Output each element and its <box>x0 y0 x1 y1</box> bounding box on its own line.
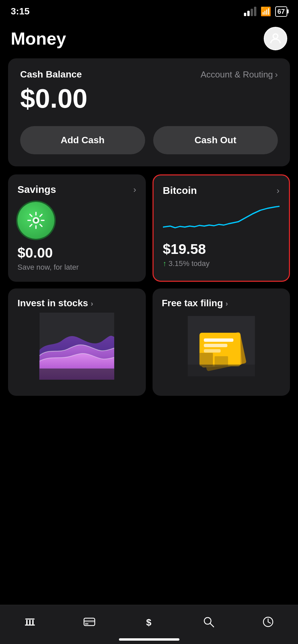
svg-point-2 <box>34 219 38 222</box>
home-indicator <box>119 638 179 641</box>
nav-cash[interactable]: $ <box>135 612 163 632</box>
tax-title: Free tax filing › <box>162 298 228 309</box>
action-buttons: Add Cash Cash Out <box>20 126 278 154</box>
stocks-title-text: Invest in stocks <box>17 298 88 308</box>
svg-rect-27 <box>187 365 255 376</box>
tax-title-text: Free tax filing <box>162 298 223 308</box>
cash-balance-label: Cash Balance <box>20 69 82 80</box>
stocks-title: Invest in stocks › <box>17 298 93 309</box>
svg-line-10 <box>30 224 32 226</box>
svg-rect-34 <box>84 620 95 622</box>
svg-rect-32 <box>25 625 35 626</box>
svg-rect-35 <box>85 623 88 625</box>
svg-rect-24 <box>204 349 220 353</box>
svg-rect-22 <box>204 338 233 342</box>
bitcoin-card[interactable]: Bitcoin › $19.58 ↑ 3.15% today <box>153 174 290 282</box>
savings-card-header: Savings › <box>17 184 136 195</box>
bottom-cards-grid: Invest in stocks › <box>8 288 290 396</box>
svg-rect-31 <box>32 620 34 625</box>
home-icon <box>23 614 37 629</box>
stocks-card[interactable]: Invest in stocks › <box>8 288 146 396</box>
status-icons: 📶 67 <box>244 6 287 17</box>
nav-card[interactable] <box>75 612 103 632</box>
savings-value: $0.00 <box>17 245 136 261</box>
stocks-chart-svg <box>8 313 146 380</box>
tax-arrow: › <box>225 300 228 308</box>
add-cash-button[interactable]: Add Cash <box>20 126 145 154</box>
status-bar: 3:15 📶 67 <box>0 0 298 20</box>
nav-activity[interactable] <box>254 612 282 632</box>
tax-card[interactable]: Free tax filing › <box>153 288 290 396</box>
bitcoin-chart <box>163 204 280 234</box>
account-routing-text: Account & Routing <box>201 69 273 80</box>
cards-grid: Savings › $0.00 Save now, for later <box>8 174 290 282</box>
bitcoin-value: $19.58 <box>163 241 280 257</box>
svg-rect-25 <box>199 353 213 366</box>
nav-search[interactable] <box>195 612 223 632</box>
cash-amount: $0.00 <box>20 83 278 114</box>
dollar-icon: $ <box>141 614 156 629</box>
savings-arrow: › <box>133 184 136 195</box>
tax-svg <box>156 316 287 376</box>
savings-card[interactable]: Savings › $0.00 Save now, for later <box>8 174 146 282</box>
tax-card-header: Free tax filing › <box>153 288 290 313</box>
svg-rect-23 <box>204 344 227 347</box>
savings-icon <box>17 202 54 239</box>
svg-line-9 <box>40 214 42 216</box>
profile-icon <box>268 32 283 46</box>
stocks-arrow: › <box>91 300 93 308</box>
account-routing-link[interactable]: Account & Routing › <box>201 69 278 80</box>
signal-icon <box>244 7 256 16</box>
cash-balance-top: Cash Balance Account & Routing › <box>20 69 278 80</box>
svg-text:$: $ <box>146 617 152 628</box>
savings-gear-icon <box>26 210 46 230</box>
search-icon <box>201 614 216 629</box>
battery-icon: 67 <box>275 6 287 17</box>
svg-line-41 <box>268 622 270 623</box>
svg-point-0 <box>273 34 278 39</box>
stocks-illustration <box>8 313 146 380</box>
svg-rect-29 <box>26 620 28 625</box>
nav-home[interactable] <box>16 612 44 632</box>
savings-subtitle: Save now, for later <box>17 263 136 272</box>
svg-point-37 <box>204 618 211 624</box>
clock-icon <box>261 614 275 629</box>
time: 3:15 <box>11 6 30 17</box>
profile-button[interactable] <box>264 27 287 50</box>
bitcoin-card-header: Bitcoin › <box>163 185 280 196</box>
svg-rect-12 <box>40 369 114 380</box>
bitcoin-change: ↑ 3.15% today <box>163 259 280 268</box>
up-arrow-icon: ↑ <box>163 259 167 268</box>
cash-out-button[interactable]: Cash Out <box>153 126 278 154</box>
svg-rect-30 <box>29 620 31 625</box>
tax-illustration <box>153 313 290 380</box>
header: Money <box>0 20 298 58</box>
wifi-icon: 📶 <box>260 6 271 17</box>
card-icon <box>82 614 97 629</box>
stocks-card-header: Invest in stocks › <box>8 288 146 313</box>
svg-rect-28 <box>25 619 35 620</box>
bitcoin-arrow: › <box>276 185 280 196</box>
bitcoin-title: Bitcoin <box>163 185 197 196</box>
account-routing-arrow: › <box>275 69 278 80</box>
savings-title: Savings <box>17 184 56 195</box>
svg-line-8 <box>40 224 42 226</box>
svg-line-7 <box>30 214 32 216</box>
page-title: Money <box>11 29 66 49</box>
bitcoin-change-text: 3.15% today <box>169 259 210 268</box>
cash-balance-card: Cash Balance Account & Routing › $0.00 A… <box>8 58 290 166</box>
svg-line-38 <box>210 624 214 627</box>
